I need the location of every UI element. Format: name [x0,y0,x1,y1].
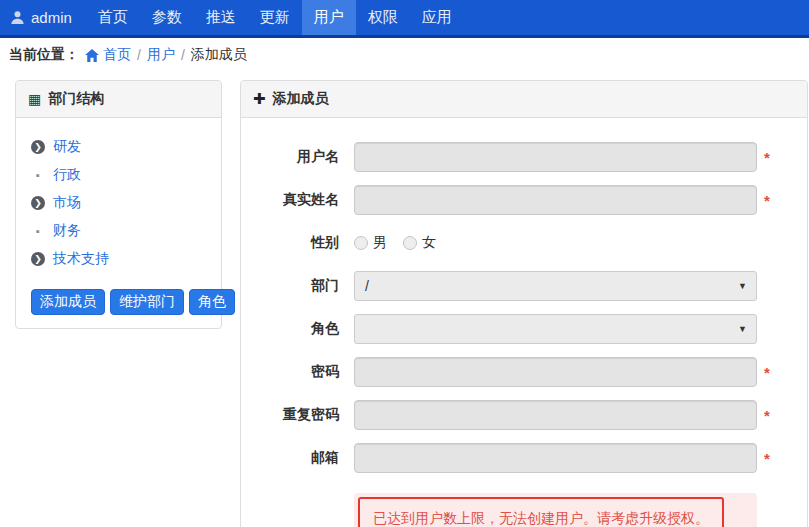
breadcrumb-home-link[interactable]: 首页 [85,46,131,64]
department-select[interactable]: / ▼ [354,271,757,301]
form-row-password: 密码 * [241,357,807,387]
breadcrumb-prefix: 当前位置： [9,46,79,64]
breadcrumb: 当前位置： 首页 / 用户 / 添加成员 [0,38,809,72]
add-member-form: 用户名 * 真实姓名 * 性别 男 [241,118,807,527]
nav-item-push[interactable]: 推送 [194,0,248,35]
user-name: admin [31,9,72,26]
add-member-button[interactable]: 添加成员 [31,289,105,315]
leaf-bullet-icon: ▪ [31,168,45,182]
gender-male-radio[interactable] [354,236,368,250]
current-user[interactable]: admin [0,0,86,35]
tree-item-label[interactable]: 研发 [53,138,81,156]
nav-item-users[interactable]: 用户 [302,0,356,35]
department-label: 部门 [241,277,354,295]
plus-icon: ✚ [253,90,266,108]
sidebar-actions: 添加成员 维护部门 角色 [16,279,221,329]
form-row-username: 用户名 * [241,142,807,172]
error-alert: 已达到用户数上限，无法创建用户。请考虑升级授权。 [354,493,757,527]
breadcrumb-current: 添加成员 [191,46,247,64]
form-row-realname: 真实姓名 * [241,185,807,215]
tree-item-admin-dept[interactable]: ▪ 行政 [31,161,211,189]
caret-down-icon: ▼ [738,281,747,291]
tree-item-rnd[interactable]: ❯ 研发 [31,133,211,161]
breadcrumb-separator: / [181,47,185,63]
add-member-panel-title: 添加成员 [273,90,329,108]
leaf-bullet-icon: ▪ [31,224,45,238]
add-member-panel: ✚ 添加成员 用户名 * 真实姓名 * 性别 男 [240,80,808,527]
breadcrumb-section-link[interactable]: 用户 [147,46,175,64]
department-panel-title: 部门结构 [48,90,104,108]
required-marker: * [764,192,770,209]
expand-icon[interactable]: ❯ [31,252,45,266]
gender-female-label: 女 [422,234,436,252]
username-input[interactable] [354,142,757,172]
home-icon [85,49,99,62]
tree-item-label[interactable]: 财务 [53,222,81,240]
form-row-role: 角色 ▼ [241,314,807,344]
required-marker: * [764,450,770,467]
add-member-panel-header: ✚ 添加成员 [241,81,807,118]
form-row-gender: 性别 男 女 [241,228,807,258]
tree-item-label[interactable]: 技术支持 [53,250,109,268]
required-marker: * [764,149,770,166]
form-row-department: 部门 / ▼ [241,271,807,301]
role-label: 角色 [241,320,354,338]
username-label: 用户名 [241,148,354,166]
roles-button[interactable]: 角色 [189,289,235,315]
department-panel-header: ▦ 部门结构 [16,81,221,118]
gender-label: 性别 [241,234,354,252]
user-icon [10,10,25,25]
tree-item-label[interactable]: 行政 [53,166,81,184]
realname-label: 真实姓名 [241,191,354,209]
role-select[interactable]: ▼ [354,314,757,344]
caret-down-icon: ▼ [738,324,747,334]
breadcrumb-home-label: 首页 [103,46,131,64]
gender-radio-group: 男 女 [354,234,436,252]
gender-male-label: 男 [373,234,387,252]
grid-icon: ▦ [28,91,41,107]
tree-item-finance[interactable]: ▪ 财务 [31,217,211,245]
required-marker: * [764,407,770,424]
form-row-repeat-password: 重复密码 * [241,400,807,430]
repeat-password-input[interactable] [354,400,757,430]
nav-item-update[interactable]: 更新 [248,0,302,35]
maintain-department-button[interactable]: 维护部门 [110,289,184,315]
expand-icon[interactable]: ❯ [31,196,45,210]
required-marker: * [764,364,770,381]
password-label: 密码 [241,363,354,381]
form-row-email: 邮箱 * [241,443,807,473]
error-message: 已达到用户数上限，无法创建用户。请考虑升级授权。 [358,497,724,527]
nav-item-apps[interactable]: 应用 [410,0,464,35]
department-panel: ▦ 部门结构 ❯ 研发 ▪ 行政 ❯ 市场 ▪ 财务 ❯ 技术支持 添加成员 维… [15,80,222,329]
nav-item-params[interactable]: 参数 [140,0,194,35]
nav-item-home[interactable]: 首页 [86,0,140,35]
department-tree: ❯ 研发 ▪ 行政 ❯ 市场 ▪ 财务 ❯ 技术支持 [16,118,221,279]
nav-item-permissions[interactable]: 权限 [356,0,410,35]
email-input[interactable] [354,443,757,473]
tree-item-tech-support[interactable]: ❯ 技术支持 [31,245,211,273]
breadcrumb-separator: / [137,47,141,63]
tree-item-market[interactable]: ❯ 市场 [31,189,211,217]
error-row: 已达到用户数上限，无法创建用户。请考虑升级授权。 [241,493,807,527]
gender-female-radio[interactable] [403,236,417,250]
password-input[interactable] [354,357,757,387]
repeat-password-label: 重复密码 [241,406,354,424]
top-navbar: admin 首页 参数 推送 更新 用户 权限 应用 [0,0,809,38]
expand-icon[interactable]: ❯ [31,140,45,154]
tree-item-label[interactable]: 市场 [53,194,81,212]
realname-input[interactable] [354,185,757,215]
department-select-value: / [365,278,369,294]
email-label: 邮箱 [241,449,354,467]
